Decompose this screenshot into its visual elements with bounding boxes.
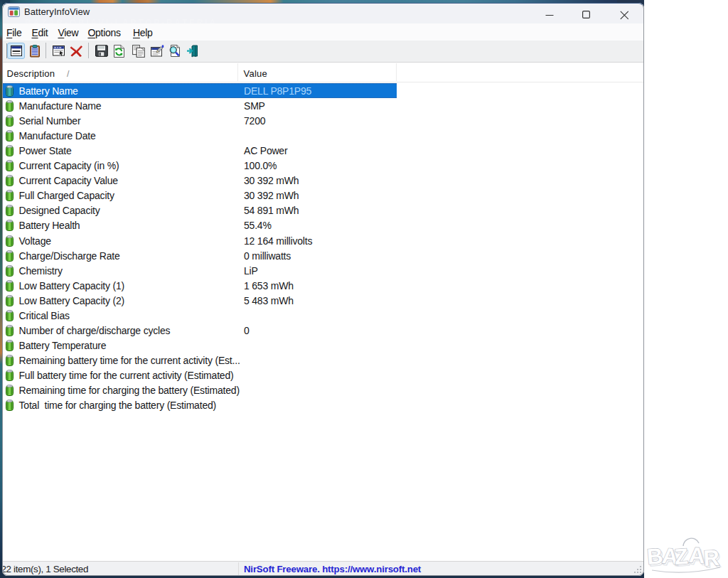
svg-text:R: R — [703, 545, 720, 571]
